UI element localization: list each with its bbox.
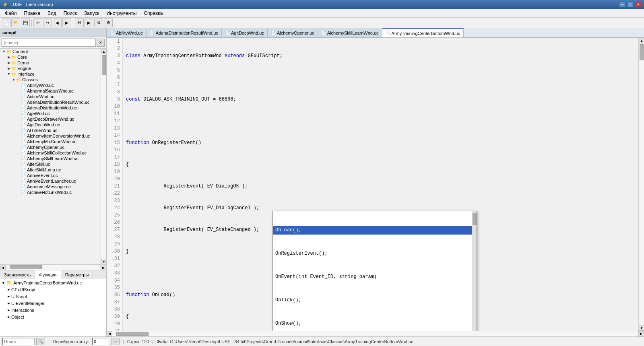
editor-tab-4[interactable]: 📄 AlchemySkillLearnWnd.uc [318,28,382,37]
goto-button[interactable]: → [111,338,120,345]
tree-item-demo[interactable]: ▶ 📁 Demo [0,60,101,66]
tree-item-agitdeco-drawer[interactable]: 📄 AgitDecoDrawerWnd.uc [0,116,101,122]
menu-view[interactable]: Вид [44,10,60,17]
ac-item-1[interactable]: OnRegisterEvent(); [273,249,477,258]
ac-scroll-thumb[interactable] [473,213,477,225]
tree-hscroll-right[interactable]: ▶ [101,265,106,270]
toolbar-undo[interactable]: ↩ [33,19,42,27]
app-icon: ⚡ [2,2,8,7]
editor-scroll-down[interactable]: ▼ [639,325,644,331]
status-search-input[interactable] [2,338,35,345]
hscroll-thumb[interactable] [116,332,149,336]
toolbar-redo[interactable]: ↪ [43,19,52,27]
tree-hscroll-left[interactable]: ◀ [0,265,6,270]
menu-edit[interactable]: Правка [21,10,44,17]
tree-item-agewnd[interactable]: 📄 AgeWnd.uc [0,111,101,116]
title-bar: ⚡ LUSE - (beta version) — □ ✕ [0,0,644,9]
ac-item-4[interactable]: OnShow(); [273,319,477,328]
close-button[interactable]: ✕ [635,2,642,7]
maximize-button[interactable]: □ [627,2,634,7]
tree-item-alchemy-skill[interactable]: 📄 AlchemySkillCollectionWnd.uc [0,150,101,156]
tree-item-classes[interactable]: ▼ 📁 Classes [0,77,101,82]
minimize-button[interactable]: — [619,2,625,7]
toolbar: 📄 📂 💾 ↩ ↪ ◀ ▶ H ▶ ⚙ ⚙ [0,18,644,28]
search-button[interactable]: ✕ [97,39,105,47]
tree-item-adena-dist2[interactable]: 📄 AdenaDistributionWnd.uc [0,105,101,111]
folder-icon-root: 📁 [6,280,12,285]
file-icon-10: 📄 [21,134,26,138]
tree-item-alchemy-mix[interactable]: 📄 AlchemyMixCubeWnd.uc [0,139,101,144]
bottom-tree: ▼ 📁 ArmyTrainingCenterBottomWnd.uc ▸ GFx… [0,279,106,336]
bottom-item-uievent[interactable]: ▸ UIEventManager [0,300,106,307]
bottom-item-gfx[interactable]: ▸ GFxUIScript [0,286,106,293]
menu-search[interactable]: Поиск [60,10,80,17]
tab-parameters[interactable]: Параметры [61,270,93,279]
ac-scrollbar[interactable] [472,211,477,331]
tree-item-engine[interactable]: ▶ 📁 Engine [0,66,101,71]
project-name: campil [2,30,17,35]
toolbar-settings[interactable]: ⚙ [104,19,113,27]
editor-tab-0[interactable]: 📄 AbilityWnd.uc [107,28,147,37]
tree-item-alterskill[interactable]: 📄 AlterSkill.uc [0,161,101,167]
tab-functions[interactable]: Функции [35,270,61,279]
tree-hscroll-thumb[interactable] [10,265,42,269]
autocomplete-dropdown[interactable]: OnLoad(); OnRegisterEvent(); OnEvent(int… [272,211,477,331]
tree-item-abnormal[interactable]: 📄 AbnormalStatusWnd.uc [0,88,101,94]
code-line-2 [126,74,638,81]
file-icon-17: 📄 [21,173,26,178]
tree-item-announce[interactable]: 📄 AnnounceMessage.uc [0,184,101,189]
tree-item-archive[interactable]: 📄 ArchiveHotLinkWnd.uc [0,189,101,195]
editor-tab-3[interactable]: 📄 AlchemyOpener.uc [268,28,318,37]
ac-item-3[interactable]: OnTick(); [273,296,477,305]
tree-item-alchemy-item[interactable]: 📄 AlchemyItemConversionWnd.uc [0,133,101,139]
ac-item-2[interactable]: OnEvent(int Event_ID, string param) [273,272,477,281]
hscroll-right[interactable]: ▶ [638,331,644,337]
menu-run[interactable]: Запуск [81,10,103,17]
tree-item-adena-dist[interactable]: 📄 AdenaDistributionResultWnd.uc [0,99,101,105]
tree-vscrollbar[interactable]: ▲ ▼ [101,49,106,264]
ac-item-0[interactable]: OnLoad(); [273,226,477,235]
bottom-item-uiscript[interactable]: ▸ UIScript [0,293,106,300]
tree-item-annive-launcher[interactable]: 📄 AnniveEventLauncher.uc [0,178,101,184]
tree-item-aitimer[interactable]: 📄 AITimerWnd.uc [0,128,101,133]
editor-tab-5[interactable]: 📄 ArmyTrainingCenterBottomWnd.uc [382,28,464,38]
toolbar-new[interactable]: 📄 [2,19,10,27]
toolbar-debug[interactable]: ⚙ [94,19,103,27]
toolbar-save[interactable]: 💾 [21,19,30,27]
tree-item-actionwnd[interactable]: 📄 ActionWnd.uc [0,94,101,99]
toolbar-open[interactable]: 📂 [11,19,20,27]
bottom-item-root[interactable]: ▼ 📁 ArmyTrainingCenterBottomWnd.uc [0,279,106,286]
tree-item-annive[interactable]: 📄 AnniveEvent.uc [0,173,101,178]
tree-item-core[interactable]: ▶ 📁 Core [0,54,101,60]
tree-item-content[interactable]: ▼ 📁 Content [0,49,101,54]
search-input[interactable] [2,39,96,47]
tree-item-abilitywnd[interactable]: 📄 AbilityWnd.uc [0,82,101,88]
menu-help[interactable]: Справка [140,10,166,17]
tree-item-alterskill-jump[interactable]: 📄 AlterSkillJump.uc [0,167,101,173]
editor-tab-1[interactable]: 📄 AdenaDistributionResultWnd.uc [147,28,222,37]
toolbar-back[interactable]: ◀ [53,19,62,27]
editor-tab-2[interactable]: 📄 AgitDecoWnd.uc [222,28,268,37]
tab-dependency[interactable]: Зависимость [0,270,35,279]
bottom-item-interactions[interactable]: ▸ Interactions [0,307,106,313]
menu-file[interactable]: Файл [2,10,20,17]
tree-scroll-up[interactable]: ▲ [101,49,106,54]
folder-icon-demo: 📁 [11,61,16,65]
bottom-item-object[interactable]: ▸ Object [0,313,106,320]
editor-scroll-thumb[interactable] [640,44,644,60]
menu-tools[interactable]: Инструменты [103,10,140,17]
tree-scroll-thumb[interactable] [102,55,106,75]
toolbar-run[interactable]: ▶ [85,19,93,27]
toolbar-forward[interactable]: ▶ [62,19,71,27]
tree-scroll-down[interactable]: ▼ [101,259,106,264]
toolbar-compile[interactable]: H [75,19,84,27]
tree-item-interface[interactable]: ▼ 📁 Interface [0,71,101,77]
tree-item-alchemy-opener[interactable]: 📄 AlchemyOpener.uc [0,144,101,150]
code-editor[interactable]: class ArmyTrainingCenterBottomWnd extend… [123,38,638,331]
status-search-button[interactable]: 🔍 [36,338,45,345]
tree-item-alchemy-learn[interactable]: 📄 AlchemySkillLearnWnd.uc [0,156,101,161]
goto-input[interactable] [92,338,108,345]
tree-item-agitdeco[interactable]: 📄 AgitDecoWnd.uc [0,122,101,128]
editor-scroll-up[interactable]: ▲ [639,38,644,43]
hscroll-left[interactable]: ◀ [107,331,112,337]
